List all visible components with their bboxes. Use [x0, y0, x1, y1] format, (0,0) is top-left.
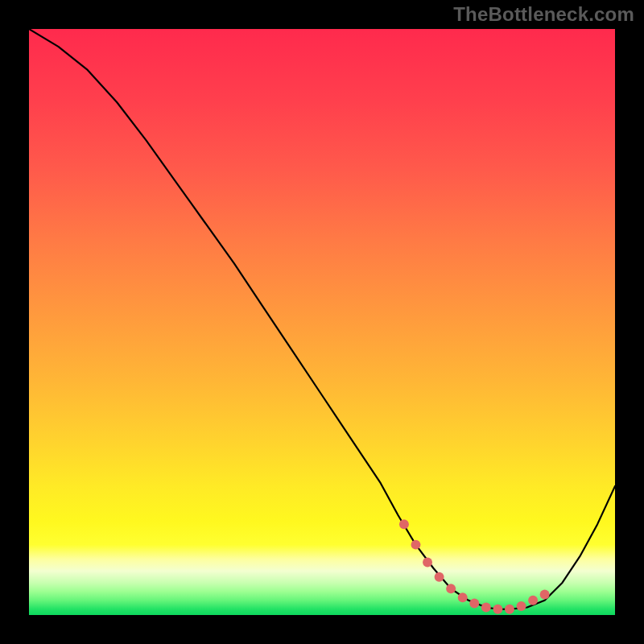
plot-area: [27, 27, 617, 617]
highlight-marker: [540, 590, 550, 600]
highlight-marker: [446, 584, 456, 593]
highlight-marker: [458, 592, 468, 602]
highlight-marker: [399, 519, 409, 529]
highlight-marker: [528, 596, 538, 605]
highlight-marker: [505, 605, 514, 614]
highlight-marker: [517, 601, 526, 611]
highlight-marker: [423, 558, 432, 568]
highlight-marker: [493, 605, 502, 614]
highlight-markers: [29, 29, 615, 615]
highlight-marker: [481, 603, 491, 613]
highlight-marker: [435, 572, 444, 582]
watermark-text: TheBottleneck.com: [453, 3, 634, 26]
highlight-marker: [411, 540, 421, 550]
highlight-marker: [469, 598, 479, 608]
chart-stage: TheBottleneck.com: [0, 0, 644, 644]
